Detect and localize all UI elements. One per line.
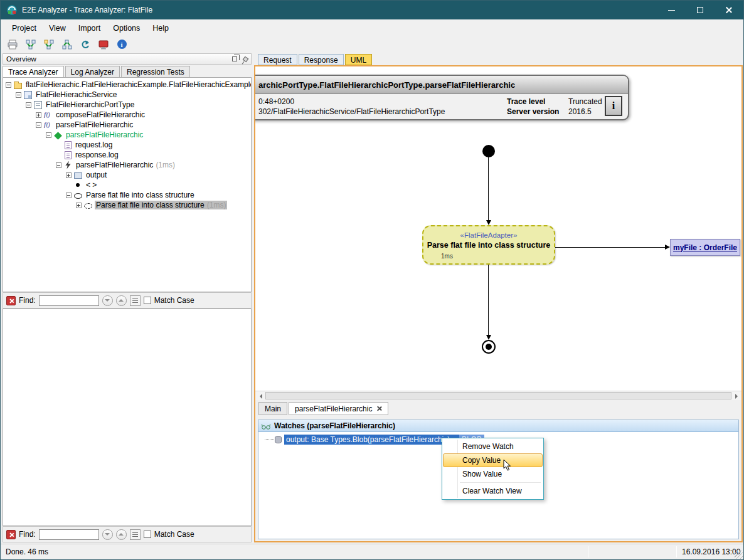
import-trace-button[interactable]	[60, 38, 74, 51]
tab-response[interactable]: Response	[299, 54, 344, 65]
find-input[interactable]	[39, 529, 99, 540]
tab-trace-analyzer[interactable]: Trace Analyzer	[3, 66, 64, 78]
find-options-icon[interactable]	[130, 529, 141, 540]
tab-parse-diagram[interactable]: parseFlatFileHierarchic	[289, 402, 388, 415]
expand-icon[interactable]	[36, 112, 41, 118]
tree-item-activity-trace[interactable]: Parse flat file into class structure (1m…	[3, 200, 251, 210]
uml-diagram[interactable]: archicPortType.FlatFileHierarchicPortTyp…	[255, 66, 741, 391]
tree-item-trace[interactable]: parseFlatFileHierarchic	[3, 130, 251, 140]
arrow-up-icon	[119, 297, 124, 302]
menu-import[interactable]: Import	[72, 21, 107, 35]
tree-item-parse-operation[interactable]: parseFlatFileHierarchic	[3, 120, 251, 130]
find-input[interactable]	[39, 295, 99, 306]
tree-item-empty[interactable]: < >	[3, 180, 251, 190]
tab-log-analyzer[interactable]: Log Analyzer	[65, 66, 120, 78]
initial-node	[482, 145, 495, 157]
close-button[interactable]	[715, 1, 743, 19]
tree-item-output[interactable]: output	[3, 170, 251, 180]
close-find-icon[interactable]	[6, 530, 16, 539]
service-icon	[24, 91, 32, 99]
tree-item-compose-operation[interactable]: composeFlatFileHierarchic	[3, 110, 251, 120]
find-next-button[interactable]	[102, 529, 113, 540]
minimize-button[interactable]	[657, 1, 686, 19]
menu-clear-watch-view[interactable]: Clear Watch View	[443, 484, 543, 498]
tree-item-request-log[interactable]: request.log	[3, 140, 251, 150]
window-title: E2E Analyzer - Trace Analyzer: FlatFile	[22, 6, 152, 14]
scrollbar-thumb[interactable]	[265, 392, 731, 399]
match-case-checkbox[interactable]	[144, 297, 151, 304]
expand-icon[interactable]	[76, 203, 82, 208]
overview-title: Overview	[6, 55, 36, 63]
trace-header-box: archicPortType.FlatFileHierarchicPortTyp…	[255, 75, 629, 120]
close-tab-icon[interactable]	[376, 406, 382, 411]
activity-node[interactable]: «FlatFileAdapter» Parse flat file into c…	[422, 225, 555, 265]
collapse-icon[interactable]	[36, 122, 41, 128]
menu-remove-watch[interactable]: Remove Watch	[443, 440, 543, 453]
trace-info-button[interactable]: i	[605, 96, 622, 116]
scroll-left-button[interactable]	[255, 391, 265, 401]
info-icon: i	[117, 40, 127, 49]
tree-item-response-log[interactable]: response.log	[3, 150, 251, 160]
duration-label: (1ms)	[156, 161, 175, 169]
tree-item-parse-call[interactable]: parseFlatFileHierarchic (1ms)	[3, 160, 251, 170]
collapse-icon[interactable]	[66, 193, 72, 198]
open-trace-button[interactable]	[42, 38, 56, 51]
activity-duration: 1ms	[441, 253, 453, 260]
log-file-icon	[65, 141, 72, 149]
tree-item-porttype[interactable]: FlatFileHierarchicPortType	[3, 100, 251, 110]
trace-level-label: Trace level	[507, 97, 545, 106]
overview-header: Overview	[3, 53, 252, 65]
undo-button[interactable]	[78, 38, 92, 51]
menu-show-value[interactable]: Show Value	[443, 467, 543, 481]
tree-item-service[interactable]: FlatFileHierachicService	[3, 90, 251, 100]
info-button[interactable]: i	[115, 38, 129, 51]
tree-item-example[interactable]: flatFileHierachic.FlatFileHierachicExamp…	[3, 80, 251, 90]
tab-uml[interactable]: UML	[345, 54, 372, 65]
menu-help[interactable]: Help	[146, 21, 175, 35]
scroll-right-icon	[735, 394, 740, 399]
collapse-icon[interactable]	[26, 102, 31, 108]
status-message: Done. 46 ms	[1, 547, 588, 556]
match-case-checkbox[interactable]	[144, 531, 151, 538]
resize-grip[interactable]	[735, 551, 743, 559]
watches-title: Watches (parseFlatFileHierarchic)	[274, 421, 395, 430]
collapse-icon[interactable]	[6, 82, 11, 88]
float-window-icon[interactable]	[232, 56, 237, 61]
collapse-icon[interactable]	[56, 162, 61, 168]
expand-icon[interactable]	[66, 172, 72, 178]
find-previous-button[interactable]	[116, 295, 127, 306]
final-node	[482, 340, 496, 354]
find-options-icon[interactable]	[130, 295, 141, 306]
object-node[interactable]: myFile : OrderFile	[670, 239, 740, 256]
activity-trace-icon	[84, 203, 92, 209]
load-trace-button[interactable]	[24, 38, 38, 51]
maximize-button[interactable]	[686, 1, 715, 19]
load-trace-icon	[25, 39, 36, 50]
collapse-icon[interactable]	[46, 132, 51, 138]
screenshot-button[interactable]	[97, 38, 110, 51]
close-find-icon[interactable]	[6, 296, 16, 305]
horizontal-scrollbar[interactable]	[255, 391, 741, 400]
toolbar: i	[1, 36, 743, 52]
find-next-button[interactable]	[102, 295, 113, 306]
window-controls	[657, 1, 743, 19]
menu-options[interactable]: Options	[107, 21, 146, 35]
find-previous-button[interactable]	[116, 529, 127, 540]
tab-request[interactable]: Request	[258, 54, 297, 65]
status-datetime: 16.09.2016 13:00	[677, 547, 743, 556]
menu-copy-value[interactable]: Copy Value	[443, 453, 543, 467]
tree-item-activity[interactable]: Parse flat file into class structure	[3, 190, 251, 200]
folder-icon	[14, 83, 22, 89]
print-button[interactable]	[6, 38, 19, 51]
tab-regression-tests[interactable]: Regression Tests	[121, 66, 190, 78]
trace-tree: flatFileHierachic.FlatFileHierachicExamp…	[3, 77, 252, 292]
menu-view[interactable]: View	[43, 21, 72, 35]
tab-main-diagram[interactable]: Main	[258, 402, 287, 415]
collapse-icon[interactable]	[16, 92, 21, 98]
pin-icon[interactable]	[243, 56, 249, 62]
scroll-right-button[interactable]	[732, 391, 741, 401]
menu-project[interactable]: Project	[6, 21, 43, 35]
output-icon	[74, 172, 82, 179]
log-file-icon	[65, 151, 72, 159]
overview-tabs: Trace Analyzer Log Analyzer Regression T…	[3, 66, 191, 78]
